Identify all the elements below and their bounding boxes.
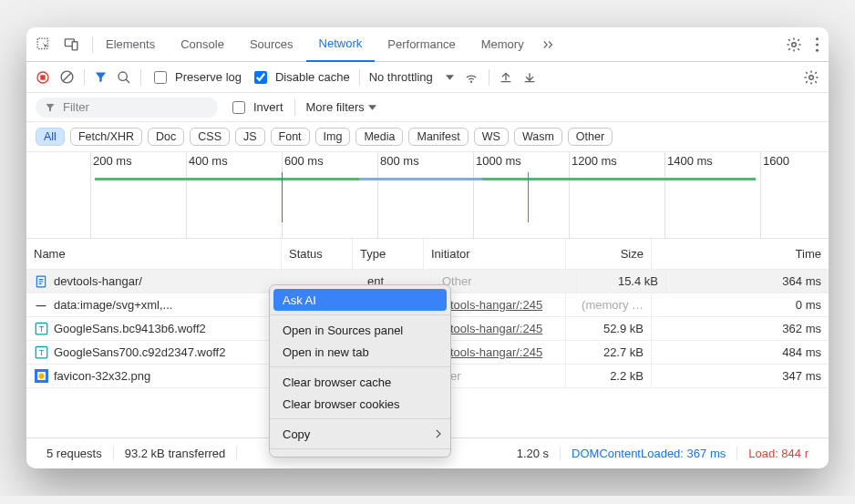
file-icon: T bbox=[34, 345, 48, 360]
chip-ws[interactable]: WS bbox=[474, 128, 509, 146]
tick-label: 400 ms bbox=[189, 154, 228, 168]
ctx-separator bbox=[270, 418, 450, 419]
preserve-log-label: Preserve log bbox=[175, 70, 242, 84]
time-cell: 364 ms bbox=[670, 270, 829, 293]
chip-media[interactable]: Media bbox=[355, 128, 403, 146]
col-size[interactable]: Size bbox=[566, 239, 652, 269]
svg-rect-2 bbox=[72, 42, 77, 50]
filter-input[interactable]: Filter bbox=[36, 98, 218, 118]
col-status[interactable]: Status bbox=[282, 239, 353, 269]
divider bbox=[84, 69, 85, 86]
ctx-item-open-new-tab[interactable]: Open in new tab bbox=[270, 341, 450, 363]
svg-line-10 bbox=[63, 73, 71, 81]
upload-har-icon[interactable] bbox=[499, 70, 513, 85]
tab-network[interactable]: Network bbox=[306, 27, 376, 62]
size-cell: 15.4 kB bbox=[581, 270, 666, 293]
tick-label: 1600 bbox=[763, 154, 789, 168]
svg-text:T: T bbox=[38, 324, 44, 334]
chip-css[interactable]: CSS bbox=[190, 128, 230, 146]
filter-placeholder: Filter bbox=[63, 100, 89, 114]
preserve-log-checkbox[interactable]: Preserve log bbox=[150, 68, 242, 87]
kebab-menu-icon[interactable] bbox=[815, 36, 819, 53]
chip-all[interactable]: All bbox=[36, 128, 65, 146]
network-conditions-icon[interactable] bbox=[463, 71, 479, 84]
throttling-label: No throttling bbox=[369, 70, 433, 84]
col-type[interactable]: Type bbox=[353, 239, 424, 269]
more-filters-select[interactable]: More filters bbox=[306, 100, 376, 114]
ctx-item-ask-ai[interactable]: Ask AI bbox=[273, 289, 447, 311]
status-load: Load: 844 r bbox=[737, 447, 819, 460]
file-icon: T bbox=[34, 322, 48, 336]
divider bbox=[294, 99, 295, 116]
network-settings-gear-icon[interactable] bbox=[803, 69, 819, 86]
file-icon bbox=[34, 274, 48, 289]
throttling-select[interactable]: No throttling bbox=[369, 70, 454, 84]
invert-checkbox[interactable]: Invert bbox=[229, 98, 283, 117]
download-har-icon[interactable] bbox=[522, 70, 537, 85]
size-cell: (memory … bbox=[566, 293, 652, 316]
svg-point-5 bbox=[816, 43, 819, 46]
panel-tabs: Elements Console Sources Network Perform… bbox=[93, 27, 786, 62]
record-icon[interactable] bbox=[36, 70, 50, 85]
type-filter-chips: All Fetch/XHR Doc CSS JS Font Img Media … bbox=[26, 122, 829, 152]
invert-input[interactable] bbox=[232, 101, 245, 114]
ctx-separator bbox=[270, 314, 450, 315]
file-icon: — bbox=[34, 298, 48, 313]
chip-fetch-xhr[interactable]: Fetch/XHR bbox=[70, 128, 142, 146]
ctx-separator bbox=[270, 366, 450, 367]
chip-other[interactable]: Other bbox=[568, 128, 613, 146]
tab-elements[interactable]: Elements bbox=[93, 27, 168, 62]
network-toolbar: Preserve log Disable cache No throttling bbox=[26, 62, 829, 93]
initiator-cell: Other bbox=[435, 270, 577, 293]
tab-sources[interactable]: Sources bbox=[237, 27, 306, 62]
svg-point-4 bbox=[816, 37, 819, 40]
device-toggle-icon[interactable] bbox=[64, 36, 79, 52]
svg-point-13 bbox=[470, 81, 471, 82]
inspect-element-icon[interactable] bbox=[36, 36, 51, 52]
file-name: devtools-hangar/ bbox=[54, 274, 142, 288]
col-name[interactable]: Name bbox=[26, 239, 282, 269]
waterfall-overview[interactable]: 200 ms 400 ms 600 ms 800 ms 1000 ms 1200… bbox=[26, 152, 829, 239]
tick-label: 1400 ms bbox=[667, 154, 713, 168]
search-icon[interactable] bbox=[117, 70, 131, 85]
preserve-log-input[interactable] bbox=[154, 71, 167, 84]
disable-cache-input[interactable] bbox=[254, 71, 267, 84]
divider bbox=[140, 69, 141, 86]
chip-doc[interactable]: Doc bbox=[148, 128, 184, 146]
ctx-item-open-sources[interactable]: Open in Sources panel bbox=[270, 319, 450, 341]
chip-wasm[interactable]: Wasm bbox=[514, 128, 562, 146]
disable-cache-label: Disable cache bbox=[275, 70, 350, 84]
time-cell: 347 ms bbox=[652, 365, 829, 387]
chip-font[interactable]: Font bbox=[271, 128, 310, 146]
file-name: GoogleSans700.c92d2347.woff2 bbox=[54, 345, 225, 359]
status-domcontentloaded: DOMContentLoaded: 367 ms bbox=[561, 447, 737, 460]
clear-icon[interactable] bbox=[59, 69, 75, 85]
ctx-item-clear-cache[interactable]: Clear browser cache bbox=[270, 371, 450, 393]
ctx-item-clear-cookies[interactable]: Clear browser cookies bbox=[270, 393, 450, 415]
tab-console[interactable]: Console bbox=[168, 27, 237, 62]
chip-manifest[interactable]: Manifest bbox=[408, 128, 468, 146]
tick-label: 800 ms bbox=[380, 154, 419, 168]
chip-js[interactable]: JS bbox=[235, 128, 265, 146]
svg-rect-0 bbox=[37, 38, 47, 48]
ctx-item-copy[interactable]: Copy bbox=[270, 423, 450, 445]
network-table-header: Name Status Type Initiator Size Time bbox=[26, 239, 829, 270]
svg-point-11 bbox=[118, 72, 127, 80]
settings-gear-icon[interactable] bbox=[786, 36, 802, 53]
file-icon bbox=[34, 369, 48, 384]
col-initiator[interactable]: Initiator bbox=[424, 239, 566, 269]
tab-performance[interactable]: Performance bbox=[375, 27, 468, 62]
status-finish-time: 1.20 s bbox=[506, 447, 561, 460]
size-cell: 2.2 kB bbox=[566, 365, 652, 387]
time-cell: 0 ms bbox=[652, 293, 829, 316]
chip-img[interactable]: Img bbox=[315, 128, 351, 146]
divider bbox=[489, 69, 489, 86]
svg-point-14 bbox=[809, 75, 814, 79]
tab-memory[interactable]: Memory bbox=[469, 27, 537, 62]
col-time[interactable]: Time bbox=[652, 239, 829, 269]
more-tabs-icon[interactable] bbox=[541, 38, 557, 51]
filter-funnel-icon[interactable] bbox=[94, 70, 108, 84]
status-transferred: 93.2 kB transferred bbox=[114, 447, 238, 460]
disable-cache-checkbox[interactable]: Disable cache bbox=[251, 68, 350, 87]
tick-label: 200 ms bbox=[93, 154, 132, 168]
